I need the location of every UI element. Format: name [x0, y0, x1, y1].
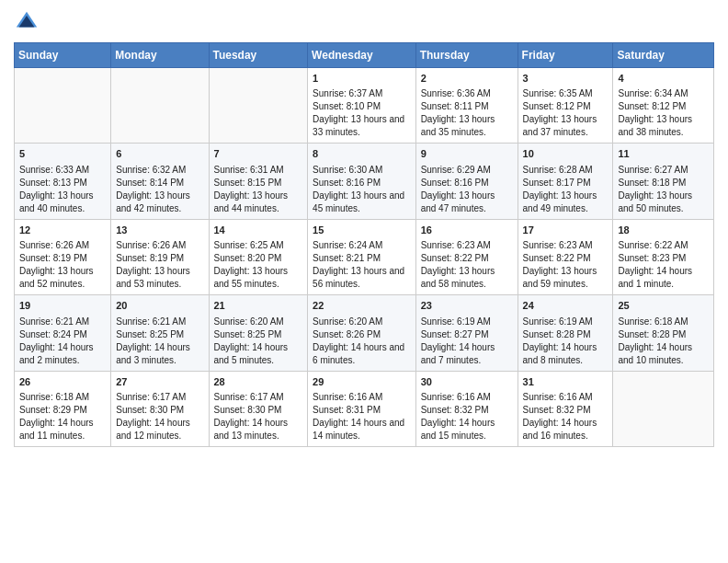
day-number: 19 — [19, 299, 106, 313]
day-number: 28 — [214, 375, 303, 389]
day-info: Sunrise: 6:37 AM Sunset: 8:10 PM Dayligh… — [313, 87, 411, 139]
calendar-table: SundayMondayTuesdayWednesdayThursdayFrid… — [14, 42, 714, 447]
day-number: 18 — [618, 224, 709, 237]
day-info: Sunrise: 6:16 AM Sunset: 8:31 PM Dayligh… — [313, 391, 411, 442]
day-info: Sunrise: 6:30 AM Sunset: 8:16 PM Dayligh… — [313, 164, 411, 215]
calendar-cell: 1Sunrise: 6:37 AM Sunset: 8:10 PM Daylig… — [308, 68, 416, 144]
calendar-cell: 11Sunrise: 6:27 AM Sunset: 8:18 PM Dayli… — [613, 144, 714, 219]
day-number: 25 — [618, 299, 709, 313]
day-info: Sunrise: 6:22 AM Sunset: 8:23 PM Dayligh… — [618, 239, 709, 291]
calendar-cell: 22Sunrise: 6:20 AM Sunset: 8:26 PM Dayli… — [308, 295, 416, 371]
day-info: Sunrise: 6:23 AM Sunset: 8:22 PM Dayligh… — [421, 239, 513, 291]
calendar-cell: 13Sunrise: 6:26 AM Sunset: 8:19 PM Dayli… — [111, 219, 209, 294]
week-row-4: 19Sunrise: 6:21 AM Sunset: 8:24 PM Dayli… — [15, 295, 714, 371]
calendar-cell: 23Sunrise: 6:19 AM Sunset: 8:27 PM Dayli… — [415, 295, 518, 371]
day-info: Sunrise: 6:16 AM Sunset: 8:32 PM Dayligh… — [421, 391, 513, 442]
day-info: Sunrise: 6:32 AM Sunset: 8:14 PM Dayligh… — [116, 164, 203, 215]
calendar-cell: 31Sunrise: 6:16 AM Sunset: 8:32 PM Dayli… — [518, 371, 613, 446]
day-number: 21 — [214, 299, 303, 313]
page-header — [14, 9, 714, 35]
day-number: 17 — [523, 224, 609, 237]
day-info: Sunrise: 6:34 AM Sunset: 8:12 PM Dayligh… — [618, 87, 709, 139]
day-number: 8 — [313, 147, 411, 161]
calendar-cell: 25Sunrise: 6:18 AM Sunset: 8:28 PM Dayli… — [613, 295, 714, 371]
day-number: 26 — [19, 375, 106, 389]
week-row-5: 26Sunrise: 6:18 AM Sunset: 8:29 PM Dayli… — [15, 371, 714, 446]
calendar-header: SundayMondayTuesdayWednesdayThursdayFrid… — [15, 43, 714, 68]
calendar-cell: 4Sunrise: 6:34 AM Sunset: 8:12 PM Daylig… — [613, 68, 714, 144]
calendar-cell: 17Sunrise: 6:23 AM Sunset: 8:22 PM Dayli… — [518, 219, 613, 294]
calendar-cell: 6Sunrise: 6:32 AM Sunset: 8:14 PM Daylig… — [111, 144, 209, 219]
day-number: 29 — [313, 375, 411, 389]
calendar-cell: 19Sunrise: 6:21 AM Sunset: 8:24 PM Dayli… — [15, 295, 111, 371]
column-header-thursday: Thursday — [415, 43, 518, 68]
day-info: Sunrise: 6:33 AM Sunset: 8:13 PM Dayligh… — [19, 164, 106, 215]
week-row-2: 5Sunrise: 6:33 AM Sunset: 8:13 PM Daylig… — [15, 144, 714, 219]
calendar-cell: 24Sunrise: 6:19 AM Sunset: 8:28 PM Dayli… — [518, 295, 613, 371]
day-number: 23 — [421, 299, 513, 313]
day-info: Sunrise: 6:20 AM Sunset: 8:26 PM Dayligh… — [313, 316, 411, 367]
calendar-cell: 27Sunrise: 6:17 AM Sunset: 8:30 PM Dayli… — [111, 371, 209, 446]
calendar-cell: 2Sunrise: 6:36 AM Sunset: 8:11 PM Daylig… — [415, 68, 518, 144]
day-info: Sunrise: 6:17 AM Sunset: 8:30 PM Dayligh… — [214, 391, 303, 442]
day-number: 2 — [421, 72, 513, 86]
calendar-cell — [111, 68, 209, 144]
week-row-3: 12Sunrise: 6:26 AM Sunset: 8:19 PM Dayli… — [15, 219, 714, 294]
logo — [14, 9, 43, 35]
column-header-monday: Monday — [111, 43, 209, 68]
week-row-1: 1Sunrise: 6:37 AM Sunset: 8:10 PM Daylig… — [15, 68, 714, 144]
calendar-cell: 20Sunrise: 6:21 AM Sunset: 8:25 PM Dayli… — [111, 295, 209, 371]
day-info: Sunrise: 6:18 AM Sunset: 8:28 PM Dayligh… — [618, 316, 709, 367]
logo-icon — [14, 9, 40, 35]
day-info: Sunrise: 6:21 AM Sunset: 8:25 PM Dayligh… — [116, 316, 203, 367]
calendar-cell: 29Sunrise: 6:16 AM Sunset: 8:31 PM Dayli… — [308, 371, 416, 446]
day-number: 12 — [19, 224, 106, 237]
day-number: 7 — [214, 147, 303, 161]
calendar-cell: 12Sunrise: 6:26 AM Sunset: 8:19 PM Dayli… — [15, 219, 111, 294]
day-info: Sunrise: 6:35 AM Sunset: 8:12 PM Dayligh… — [523, 87, 609, 139]
day-number: 22 — [313, 299, 411, 313]
day-number: 3 — [523, 72, 609, 86]
day-number: 10 — [523, 147, 609, 161]
day-number: 16 — [421, 224, 513, 237]
day-info: Sunrise: 6:25 AM Sunset: 8:20 PM Dayligh… — [214, 239, 303, 291]
calendar-cell: 5Sunrise: 6:33 AM Sunset: 8:13 PM Daylig… — [15, 144, 111, 219]
calendar-body: 1Sunrise: 6:37 AM Sunset: 8:10 PM Daylig… — [15, 68, 714, 447]
column-header-wednesday: Wednesday — [308, 43, 416, 68]
calendar-cell — [613, 371, 714, 446]
day-number: 13 — [116, 224, 203, 237]
calendar-cell: 14Sunrise: 6:25 AM Sunset: 8:20 PM Dayli… — [209, 219, 308, 294]
column-header-friday: Friday — [518, 43, 613, 68]
calendar-cell: 21Sunrise: 6:20 AM Sunset: 8:25 PM Dayli… — [209, 295, 308, 371]
calendar-cell: 8Sunrise: 6:30 AM Sunset: 8:16 PM Daylig… — [308, 144, 416, 219]
calendar-cell — [15, 68, 111, 144]
calendar-cell: 7Sunrise: 6:31 AM Sunset: 8:15 PM Daylig… — [209, 144, 308, 219]
day-info: Sunrise: 6:26 AM Sunset: 8:19 PM Dayligh… — [116, 239, 203, 291]
day-info: Sunrise: 6:23 AM Sunset: 8:22 PM Dayligh… — [523, 239, 609, 291]
calendar-cell: 18Sunrise: 6:22 AM Sunset: 8:23 PM Dayli… — [613, 219, 714, 294]
day-info: Sunrise: 6:21 AM Sunset: 8:24 PM Dayligh… — [19, 316, 106, 367]
day-number: 15 — [313, 224, 411, 237]
day-number: 20 — [116, 299, 203, 313]
calendar-cell: 15Sunrise: 6:24 AM Sunset: 8:21 PM Dayli… — [308, 219, 416, 294]
calendar-cell: 30Sunrise: 6:16 AM Sunset: 8:32 PM Dayli… — [415, 371, 518, 446]
day-info: Sunrise: 6:28 AM Sunset: 8:17 PM Dayligh… — [523, 164, 609, 215]
calendar-cell: 26Sunrise: 6:18 AM Sunset: 8:29 PM Dayli… — [15, 371, 111, 446]
day-number: 30 — [421, 375, 513, 389]
day-info: Sunrise: 6:24 AM Sunset: 8:21 PM Dayligh… — [313, 239, 411, 291]
day-number: 4 — [618, 72, 709, 86]
day-info: Sunrise: 6:16 AM Sunset: 8:32 PM Dayligh… — [523, 391, 609, 442]
column-header-tuesday: Tuesday — [209, 43, 308, 68]
day-info: Sunrise: 6:31 AM Sunset: 8:15 PM Dayligh… — [214, 164, 303, 215]
column-header-saturday: Saturday — [613, 43, 714, 68]
day-info: Sunrise: 6:26 AM Sunset: 8:19 PM Dayligh… — [19, 239, 106, 291]
day-number: 1 — [313, 72, 411, 86]
calendar-cell: 3Sunrise: 6:35 AM Sunset: 8:12 PM Daylig… — [518, 68, 613, 144]
column-header-sunday: Sunday — [15, 43, 111, 68]
day-number: 14 — [214, 224, 303, 237]
day-info: Sunrise: 6:27 AM Sunset: 8:18 PM Dayligh… — [618, 164, 709, 215]
calendar-cell: 10Sunrise: 6:28 AM Sunset: 8:17 PM Dayli… — [518, 144, 613, 219]
calendar-cell: 9Sunrise: 6:29 AM Sunset: 8:16 PM Daylig… — [415, 144, 518, 219]
day-number: 6 — [116, 147, 203, 161]
day-number: 31 — [523, 375, 609, 389]
